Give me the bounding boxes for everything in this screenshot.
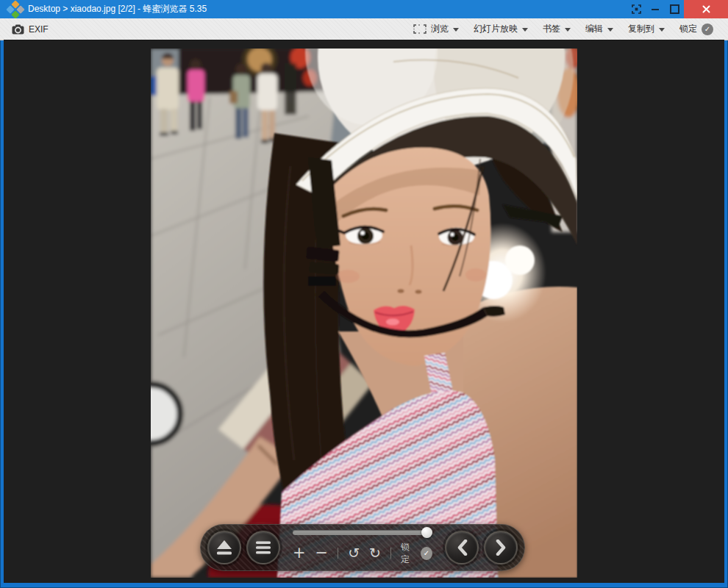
zoom-slider-thumb[interactable]	[421, 527, 432, 538]
eject-icon	[215, 539, 233, 556]
fullscreen-button[interactable]	[627, 0, 646, 18]
minimize-icon	[652, 9, 659, 10]
viewer-control-bar: + − ↺ ↻ 锁定 ✓	[200, 524, 525, 571]
maximize-icon	[670, 4, 679, 14]
exif-label: EXIF	[29, 24, 49, 35]
photo-image	[151, 49, 577, 578]
window-title: Desktop > xiaodao.jpg [2/2] - 蜂蜜浏览器 5.35	[28, 3, 207, 15]
zoom-slider[interactable]	[293, 530, 432, 535]
fullscreen-icon	[632, 4, 641, 14]
menu-edit[interactable]: 编辑	[585, 23, 613, 35]
menu-lock[interactable]: 锁定 ✓	[679, 23, 713, 35]
close-button[interactable]	[684, 0, 728, 18]
chevron-down-icon	[565, 28, 571, 32]
divider	[338, 548, 338, 559]
camera-icon	[12, 24, 24, 35]
menu-bookmark[interactable]: 书签	[543, 23, 571, 35]
fit-window-icon	[413, 24, 427, 34]
zoom-out-button[interactable]: −	[315, 545, 329, 561]
menu-slideshow[interactable]: 幻灯片放映	[474, 23, 528, 35]
image-viewer-canvas[interactable]: + − ↺ ↻ 锁定 ✓	[4, 40, 724, 583]
maximize-button[interactable]	[665, 0, 684, 18]
check-circle-icon: ✓	[702, 24, 713, 35]
menu-browse[interactable]: 浏览	[413, 23, 459, 35]
menu-bookmark-label: 书签	[543, 23, 560, 35]
next-image-button[interactable]	[484, 531, 518, 564]
menu-slideshow-label: 幻灯片放映	[474, 23, 518, 35]
toolbar: EXIF 浏览 幻灯片放映 书签 编辑	[0, 18, 728, 40]
chevron-down-icon	[522, 28, 528, 32]
check-circle-icon: ✓	[421, 547, 432, 560]
menu-copy-to[interactable]: 复制到	[628, 23, 665, 35]
close-icon	[702, 5, 710, 13]
menu-browse-label: 浏览	[431, 23, 449, 35]
divider	[390, 548, 391, 559]
prev-image-button[interactable]	[445, 531, 479, 564]
rotate-right-button[interactable]: ↻	[369, 546, 381, 560]
chevron-left-icon	[457, 539, 468, 556]
app-window: Desktop > xiaodao.jpg [2/2] - 蜂蜜浏览器 5.35	[0, 0, 728, 588]
chevron-down-icon	[607, 28, 613, 32]
lock-label: 锁定	[401, 541, 416, 566]
chevron-down-icon	[453, 28, 459, 32]
rotate-left-button[interactable]: ↺	[348, 546, 360, 560]
honeyview-logo-icon	[7, 1, 24, 18]
chevron-right-icon	[496, 539, 507, 556]
menu-button[interactable]	[246, 531, 280, 564]
exif-button[interactable]: EXIF	[7, 22, 53, 37]
chevron-down-icon	[659, 28, 665, 32]
zoom-in-button[interactable]: +	[293, 545, 306, 561]
menu-edit-label: 编辑	[585, 23, 603, 35]
titlebar: Desktop > xiaodao.jpg [2/2] - 蜂蜜浏览器 5.35	[0, 0, 728, 18]
menu-copy-to-label: 复制到	[628, 23, 654, 35]
menu-lock-label: 锁定	[679, 23, 697, 35]
hamburger-menu-icon	[255, 541, 271, 554]
eject-button[interactable]	[207, 531, 241, 564]
minimize-button[interactable]	[646, 0, 665, 18]
lock-toggle[interactable]: 锁定 ✓	[401, 541, 432, 566]
